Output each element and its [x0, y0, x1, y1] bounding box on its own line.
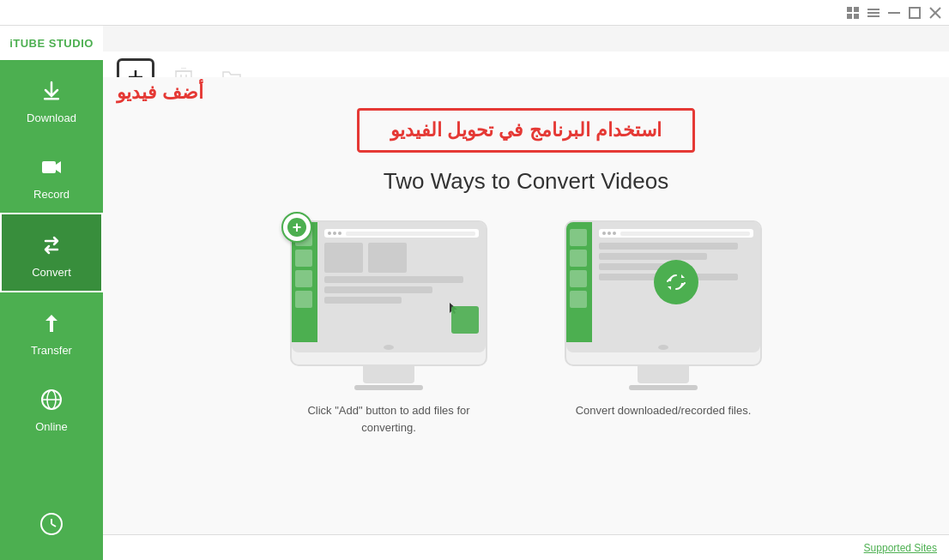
main-area: أضف فيديو استخدام البرنامج في تحويل الفي… — [103, 26, 949, 560]
arabic-add-label: أضف فيديو — [117, 81, 203, 104]
monitor-2 — [565, 220, 762, 366]
card1-caption: Click "Add" button to add files for conv… — [307, 402, 469, 436]
svg-rect-7 — [888, 12, 900, 14]
close-icon[interactable] — [928, 6, 942, 20]
window-controls — [846, 6, 942, 20]
sidebar-item-online-label: Online — [35, 420, 68, 433]
svg-rect-2 — [847, 14, 852, 19]
download-icon — [36, 75, 67, 106]
sidebar-item-record-label: Record — [33, 188, 70, 201]
screen-1 — [292, 222, 486, 342]
sidebar-item-convert-label: Convert — [32, 266, 71, 279]
screen-sidebar-2 — [566, 222, 592, 342]
clock-icon — [39, 512, 63, 539]
card-convert: Convert downloaded/recorded files. — [560, 220, 766, 419]
title-bar — [0, 0, 949, 26]
screen-2 — [566, 222, 760, 342]
monitor-1: + — [290, 220, 487, 366]
sidebar-item-online[interactable]: Online — [0, 369, 103, 445]
card2-caption: Convert downloaded/recorded files. — [576, 402, 752, 419]
screen-main-1 — [317, 222, 486, 342]
svg-rect-12 — [42, 161, 56, 173]
card-add-files: + — [286, 220, 492, 436]
svg-rect-0 — [847, 7, 852, 12]
content-area: أضف فيديو استخدام البرنامج في تحويل الفي… — [103, 77, 949, 534]
grid-icon[interactable] — [846, 6, 860, 20]
bottom-bar: Supported Sites — [103, 534, 949, 560]
cards-row: + — [286, 220, 766, 436]
sidebar-item-convert[interactable]: Convert — [0, 213, 103, 292]
add-circle-icon: + — [287, 218, 306, 237]
sidebar-item-transfer-label: Transfer — [31, 344, 72, 357]
maximize-icon[interactable] — [908, 6, 922, 20]
add-overlay: + — [281, 212, 312, 243]
online-icon — [36, 384, 67, 415]
convert-circle-icon — [654, 260, 698, 304]
banner-box: استخدام البرنامج في تحويل الفيديو — [357, 108, 694, 153]
banner-text: استخدام البرنامج في تحويل الفيديو — [390, 119, 661, 141]
sidebar-item-record[interactable]: Record — [0, 136, 103, 213]
sidebar-item-download[interactable]: Download — [0, 60, 103, 136]
minimize-icon[interactable] — [887, 6, 901, 20]
svg-rect-1 — [854, 7, 859, 12]
settings-icon[interactable] — [867, 6, 880, 20]
record-icon — [36, 152, 67, 183]
svg-rect-8 — [910, 8, 920, 18]
supported-sites-link[interactable]: Supported Sites — [864, 542, 937, 554]
svg-rect-5 — [867, 12, 879, 14]
svg-line-19 — [51, 524, 56, 527]
two-ways-title: Two Ways to Convert Videos — [384, 168, 668, 195]
svg-rect-11 — [44, 98, 59, 100]
svg-rect-6 — [867, 15, 879, 17]
svg-rect-3 — [854, 14, 859, 19]
svg-rect-4 — [867, 9, 879, 10]
screen-main-2 — [592, 222, 760, 342]
clock-area — [0, 497, 103, 551]
app-logo: iTUBE STUDIO — [0, 26, 103, 60]
transfer-icon — [36, 308, 67, 339]
convert-icon — [36, 230, 67, 261]
sidebar-item-transfer[interactable]: Transfer — [0, 292, 103, 369]
sidebar: iTUBE STUDIO Download Record — [0, 26, 103, 560]
svg-marker-13 — [56, 161, 61, 173]
sidebar-item-download-label: Download — [27, 111, 76, 124]
